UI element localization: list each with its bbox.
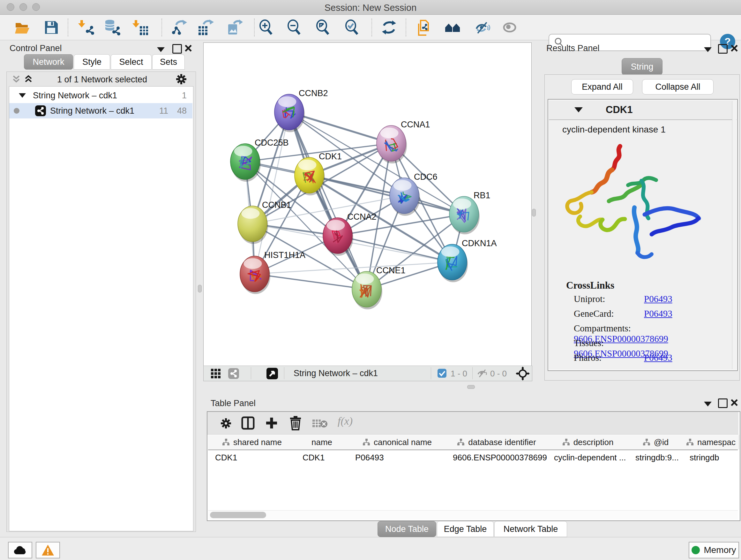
selected-checkbox-icon[interactable] [437,368,447,378]
cloud-status-button[interactable] [8,542,32,558]
control-panel-menu-icon[interactable] [157,47,165,52]
network-view-canvas[interactable]: CCNB2CCNA1CDC25BCDK1CDC6RB1CCNB1CCNA2CDK… [203,43,532,366]
network-node-ccnb2[interactable]: CCNB2 [274,88,328,132]
table-cell[interactable]: CDK1 [295,450,348,465]
crosslink-link[interactable]: P06493 [644,308,672,319]
network-badge-gray-icon[interactable] [228,368,239,379]
network-edge[interactable] [338,236,452,262]
network-node-ccna1[interactable]: CCNA1 [377,120,430,164]
network-edge[interactable] [255,274,367,289]
tab-node-table[interactable]: Node Table [378,521,436,537]
crosslink-link[interactable]: P06493 [644,353,672,363]
save-session-icon[interactable] [43,19,59,36]
footer-separator [284,367,284,379]
tab-edge-table[interactable]: Edge Table [437,521,494,537]
table-panel-close-icon[interactable] [730,398,738,407]
table-panel-float-icon[interactable] [718,398,728,408]
splitter-handle[interactable] [532,209,536,216]
import-network-from-database-icon[interactable] [104,19,121,36]
entry-collapse-icon[interactable] [575,107,583,112]
collapse-all-networks-icon[interactable] [11,74,21,84]
protein-entry-header[interactable]: CDK1 [549,100,737,120]
collection-count: 1 [182,91,187,101]
network-node-rb1[interactable]: RB1 [449,191,490,234]
clone-network-icon[interactable] [415,19,432,36]
scrollbar-thumb[interactable] [210,512,266,518]
hide-selected-icon[interactable] [474,19,490,36]
collapse-all-button[interactable]: Collapse All [642,79,714,95]
column-header-shared-name[interactable]: shared name [208,435,296,449]
network-row[interactable]: String Network – cdk1 11 48 [9,103,192,118]
table-cell[interactable]: stringdb [683,450,739,465]
column-header-database-identifier[interactable]: database identifier [446,435,547,449]
network-node-cdk1[interactable]: CDK1 [294,152,342,195]
zoom-in-icon[interactable] [258,19,274,36]
column-header-canonical-name[interactable]: canonical name [348,435,446,449]
fit-crosshair-icon[interactable] [516,367,530,381]
tab-network-table[interactable]: Network Table [494,521,567,537]
show-all-icon[interactable] [501,19,518,36]
string-network-graph[interactable]: CCNB2CCNA1CDC25BCDK1CDC6RB1CCNB1CCNA2CDK… [204,43,531,366]
create-column-icon[interactable] [265,416,278,430]
export-table-icon[interactable] [197,19,214,36]
import-network-icon[interactable] [78,19,94,36]
results-panel-float-icon[interactable] [718,44,728,54]
table-options-gear-icon[interactable] [219,417,232,430]
table-cell[interactable]: cyclin-dependent ... [547,450,628,465]
zoom-out-icon[interactable] [286,19,302,36]
network-node-cdkn1a[interactable]: CDKN1A [437,239,497,282]
results-vertical-scrollbar[interactable] [732,101,736,369]
crosslink-label: Tissues: [574,338,644,348]
zoom-selected-icon[interactable] [344,19,360,36]
expand-all-networks-icon[interactable] [23,74,33,84]
memory-button[interactable]: Memory [689,542,739,558]
grid-view-icon[interactable] [211,368,221,379]
table-panel-menu-icon[interactable] [704,401,712,407]
results-panel-close-icon[interactable] [730,44,738,52]
tab-select[interactable]: Select [111,54,151,70]
collection-expand-icon[interactable] [19,93,26,98]
column-header-name[interactable]: name [295,435,348,449]
network-node-cdc25b[interactable]: CDC25B [230,138,289,182]
crosslink-link[interactable]: P06493 [644,294,672,304]
column-header-description[interactable]: description [547,435,629,449]
import-table-icon[interactable] [132,19,149,36]
open-session-icon[interactable] [14,19,30,36]
tab-string-results[interactable]: String [622,58,663,75]
table-cell[interactable]: P06493 [348,450,446,465]
table-cell[interactable]: CDK1 [208,450,295,465]
apply-layout-icon[interactable] [381,19,397,36]
splitter-handle[interactable] [198,285,202,293]
export-network-icon[interactable] [172,19,188,36]
results-panel-menu-icon[interactable] [704,47,712,52]
first-neighbors-icon[interactable] [444,19,461,36]
hidden-eye-slash-icon[interactable] [477,368,488,378]
network-options-gear-icon[interactable] [175,73,188,85]
status-bar: Memory [0,537,741,560]
network-node-hist1h1a[interactable]: HIST1H1A [240,250,306,294]
network-collection-row[interactable]: String Network – cdk1 1 [9,88,192,103]
control-panel-close-icon[interactable] [184,44,192,52]
export-image-icon[interactable] [226,19,243,36]
delete-table-icon[interactable] [312,418,327,429]
zoom-fit-icon[interactable] [315,19,331,36]
network-node-ccne1[interactable]: CCNE1 [352,266,406,309]
birds-eye-view-icon[interactable] [266,368,278,380]
function-builder-icon[interactable]: f(x) [338,415,353,427]
network-edge[interactable] [309,175,464,214]
warning-status-button[interactable] [36,542,60,558]
network-edge[interactable] [289,112,367,289]
column-header-namespac[interactable]: namespac [683,435,739,449]
splitter-handle[interactable] [467,385,475,389]
tab-sets[interactable]: Sets [152,54,185,70]
control-panel-float-icon[interactable] [172,44,182,54]
table-cell[interactable]: 9606.ENSP00000378699 [446,450,547,465]
column-header--id[interactable]: @id [628,435,683,449]
table-cell[interactable]: stringdb:9... [628,450,683,465]
show-columns-icon[interactable] [241,416,255,430]
table-horizontal-scrollbar[interactable] [208,510,738,519]
delete-column-trash-icon[interactable] [288,416,302,430]
tab-style[interactable]: Style [74,54,110,70]
expand-all-button[interactable]: Expand All [571,79,633,95]
tab-network[interactable]: Network [24,54,73,70]
